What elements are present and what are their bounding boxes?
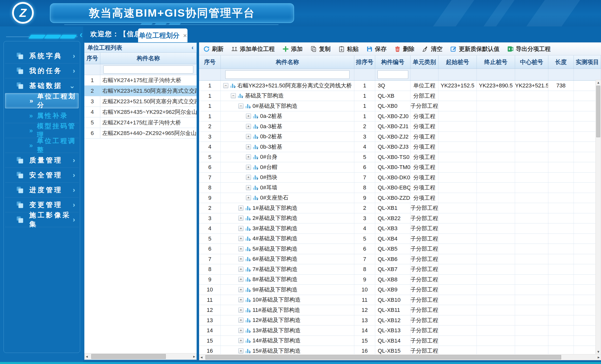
sidebar-item-3[interactable]: 基础数据 ⌄ [5,78,79,93]
division-tree-row[interactable]: 1 + 0a-2桩基 1 QL-XB0-ZJ0 分项工程 [199,111,601,122]
expand-node-icon[interactable]: + [246,175,251,180]
division-tree-row[interactable]: 4 + 0b-3桩基 4 QL-XB0-ZJ3 分项工程 [199,142,601,152]
expand-node-icon[interactable]: + [238,216,243,221]
unit-project-row[interactable]: 5 左幅ZK274+175红崖子沟特大桥 [84,117,197,128]
sidebar-item-9[interactable]: 安全管理 › [5,168,79,183]
scroll-left-arrow-icon[interactable]: ◄ [200,355,203,359]
expand-node-icon[interactable]: + [238,206,243,211]
scrollbar-thumb[interactable] [596,86,600,137]
expand-node-icon[interactable]: + [238,328,243,333]
division-tree-row[interactable]: 16 + 15#基础及下部构造 16 QL-XB15 子分部工程 [199,346,601,355]
division-tree-row[interactable]: 10 + 9#基础及下部构造 10 QL-XB9 子分部工程 [199,285,601,295]
toolbar-button-clear-icon[interactable]: 清空 [422,45,442,53]
toolbar-button-delete-icon[interactable]: 删除 [394,45,415,53]
scrollbar-thumb[interactable] [205,355,561,359]
vertical-scrollbar[interactable]: ▲ ▼ [595,80,601,354]
toolbar-button-paste-icon[interactable]: 粘贴 [338,45,359,53]
expand-node-icon[interactable]: + [238,267,243,272]
division-tree-row[interactable]: 7 + 0#挡块 7 QL-XB0-DK0 分项工程 [199,173,601,183]
scroll-down-arrow-icon[interactable]: ▼ [597,350,600,354]
division-tree-row[interactable]: 14 + 13#基础及下部构造 14 QL-XB13 子分部工程 [199,325,601,336]
main-horizontal-scrollbar[interactable]: ◄ ► [199,354,601,360]
expand-node-icon[interactable]: + [238,348,243,353]
scroll-left-arrow-icon[interactable]: ◄ [85,355,88,358]
sidebar-item-1[interactable]: 系统字典 › [5,49,79,63]
sidebar-subitem-6[interactable]: » 模型挂码管理 [5,123,79,138]
code-filter-input[interactable] [377,70,408,79]
division-tree-row[interactable]: 2 + 0a-3桩基 2 QL-XB0-ZJ1 分项工程 [199,121,601,132]
unit-project-row[interactable]: 3 左幅ZK223+521.50阿克塞分离式立交跨线大桥 [84,96,197,107]
division-tree-row[interactable]: 1 − 基础及下部构造 1 QL-XB 分部工程 [199,91,601,101]
toolbar-button-add-unit-icon[interactable]: 添加单位工程 [231,45,275,53]
expand-node-icon[interactable]: + [238,246,243,251]
tab-scroll-left-icon[interactable]: ‹ [80,29,83,40]
division-tree-row[interactable]: 3 + 0b-2桩基 3 QL-XB0-ZJ2 分项工程 [199,132,601,142]
expand-node-icon[interactable]: + [246,154,251,159]
division-tree-row[interactable]: 8 + 7#基础及下部构造 8 QL-XB7 子分部工程 [199,264,601,275]
collapse-node-icon[interactable]: − [238,104,243,109]
division-tree-row[interactable]: 12 + 11#基础及下部构造 12 QL-XB11 子分部工程 [199,305,601,315]
sidebar-subitem-5[interactable]: » 属性补录 [5,108,79,123]
unit-project-row[interactable]: 4 右幅YK285+435~YK292+962阿尔金山特长隧道 [84,107,197,117]
expand-node-icon[interactable]: + [238,318,243,323]
expand-node-icon[interactable]: + [246,144,251,149]
sidebar-item-11[interactable]: 变更管理 › [5,197,79,212]
sidebar-item-12[interactable]: 施工影像采集 › [5,212,79,227]
expand-node-icon[interactable]: + [238,256,243,261]
collapse-panel-icon[interactable]: ‹ [192,44,194,51]
scroll-right-arrow-icon[interactable]: ► [597,355,600,359]
division-tree-row[interactable]: 7 + 6#基础及下部构造 7 QL-XB6 子分部工程 [199,254,601,264]
scroll-right-arrow-icon[interactable]: ► [193,355,196,358]
sidebar-item-2[interactable]: 我的任务 › [5,63,79,78]
unit-project-row[interactable]: 1 右幅YK274+175红崖子沟特大桥 [84,75,197,86]
division-tree-row[interactable]: 11 + 10#基础及下部构造 11 QL-XB10 子分部工程 [199,295,601,305]
expand-node-icon[interactable]: + [238,277,243,282]
collapse-node-icon[interactable]: − [231,93,236,98]
toolbar-button-copy-icon[interactable]: 复制 [310,45,331,53]
expand-node-icon[interactable]: + [238,236,243,241]
division-tree-row[interactable]: 5 + 0#台身 5 QL-XB0-TS0 分项工程 [199,152,601,162]
division-tree-row[interactable]: 5 + 4#基础及下部构造 5 QL-XB4 子分部工程 [199,234,601,244]
division-tree-row[interactable]: 13 + 12#基础及下部构造 13 QL-XB12 子分部工程 [199,315,601,326]
expand-node-icon[interactable]: + [246,134,251,139]
expand-node-icon[interactable]: + [238,297,243,302]
division-tree-row[interactable]: 1 − 右幅YK223+521.50阿克塞分离式立交跨线大桥 1 3Q 单位工程… [199,81,601,91]
scroll-up-arrow-icon[interactable]: ▲ [597,81,600,84]
division-tree-row[interactable]: 15 + 14#基础及下部构造 15 QL-XB14 子分部工程 [199,336,601,346]
toolbar-button-export-icon[interactable]: 导出分项工程 [507,45,551,53]
expand-node-icon[interactable]: + [238,338,243,343]
expand-node-icon[interactable]: + [238,308,243,313]
expand-node-icon[interactable]: + [246,195,251,200]
unit-project-row[interactable]: 6 左幅ZK285+440~ZK292+965阿尔金山特长隧道 [84,128,197,139]
scrollbar-thumb[interactable] [91,354,166,359]
toolbar-button-refresh-icon[interactable]: 刷新 [203,45,224,53]
left-horizontal-scrollbar[interactable]: ◄ ► [84,353,197,360]
collapse-node-icon[interactable]: − [223,83,228,88]
division-tree-row[interactable]: 4 + 3#基础及下部构造 4 QL-XB3 子分部工程 [199,223,601,234]
toolbar-button-save-icon[interactable]: 保存 [366,45,387,53]
unit-project-row[interactable]: 2 右幅YK223+521.50阿克塞分离式立交跨线大桥 [84,86,197,96]
division-tree-row[interactable]: 2 + 1#基础及下部构造 2 QL-XB1 子分部工程 [199,203,601,213]
name-filter-input[interactable] [225,70,350,79]
division-tree-row[interactable]: 9 + 0#支座垫石 9 QL-XB0-ZZDS0 分项工程 [199,193,601,203]
division-tree-row[interactable]: 1 − 0#基础及下部构造 1 QL-XB0 子分部工程 [199,101,601,111]
expand-node-icon[interactable]: + [246,114,251,119]
left-name-filter-input[interactable] [103,65,193,74]
sidebar-subitem-4[interactable]: » 单位工程划分 [5,93,79,108]
expand-node-icon[interactable]: + [246,165,251,170]
expand-node-icon[interactable]: + [246,185,251,190]
expand-node-icon[interactable]: + [238,287,243,292]
toolbar-button-update-icon[interactable]: 更新质保默认值 [450,45,499,53]
tab-close-icon[interactable]: × [183,32,187,40]
division-tree-row[interactable]: 6 + 0#台帽 6 QL-XB0-TM0 分项工程 [199,162,601,173]
division-tree-row[interactable]: 9 + 8#基础及下部构造 9 QL-XB8 子分部工程 [199,275,601,285]
toolbar-button-plus-icon[interactable]: 添加 [282,45,303,53]
sidebar-subitem-7[interactable]: » 单位工程调整 [5,138,79,153]
sidebar-item-8[interactable]: 质量管理 › [5,153,79,168]
expand-node-icon[interactable]: + [238,226,243,231]
tab-unit-project-division[interactable]: 单位工程划分 × [138,28,187,43]
sidebar-item-10[interactable]: 进度管理 › [5,183,79,197]
division-tree-row[interactable]: 3 + 2#基础及下部构造 3 QL-XB22 子分部工程 [199,213,601,224]
division-tree-row[interactable]: 6 + 5#基础及下部构造 6 QL-XB5 子分部工程 [199,244,601,254]
expand-node-icon[interactable]: + [246,124,251,129]
